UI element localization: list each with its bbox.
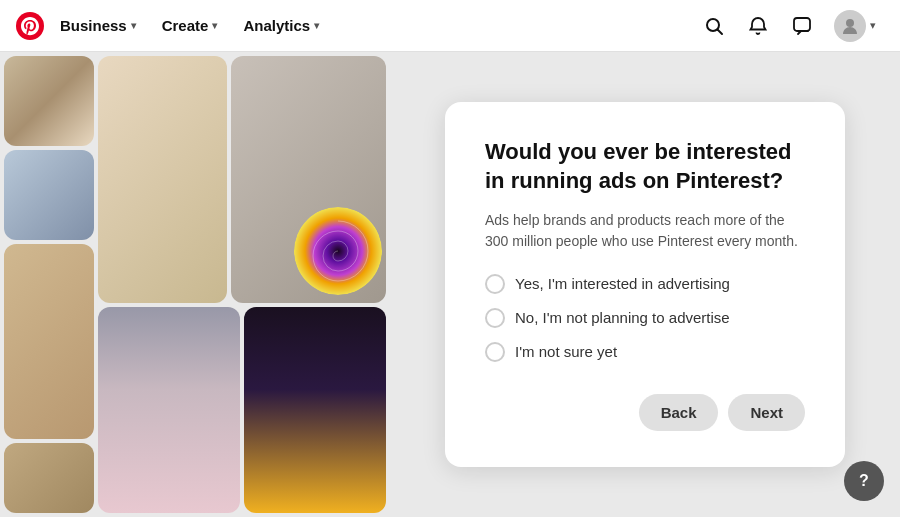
collage-image-food4 <box>4 443 94 513</box>
collage-image-person <box>231 56 386 303</box>
modal-area: Would you ever be interested in running … <box>390 52 900 517</box>
radio-yes-circle <box>485 274 505 294</box>
collage-image-food2 <box>4 56 94 146</box>
svg-rect-3 <box>794 18 810 31</box>
radio-option-no[interactable]: No, I'm not planning to advertise <box>485 308 805 328</box>
image-collage <box>0 52 390 517</box>
svg-point-0 <box>16 12 44 40</box>
messages-button[interactable] <box>782 6 822 46</box>
next-button[interactable]: Next <box>728 394 805 431</box>
radio-no-label: No, I'm not planning to advertise <box>515 309 730 326</box>
notifications-button[interactable] <box>738 6 778 46</box>
chat-icon <box>792 16 812 36</box>
back-button[interactable]: Back <box>639 394 719 431</box>
collage-image-food3 <box>4 244 94 439</box>
collage-image-furniture <box>98 56 227 303</box>
radio-unsure-circle <box>485 342 505 362</box>
avatar <box>834 10 866 42</box>
pinterest-logo[interactable] <box>16 12 44 40</box>
search-icon <box>704 16 724 36</box>
radio-option-unsure[interactable]: I'm not sure yet <box>485 342 805 362</box>
nav-business-chevron: ▾ <box>131 20 136 31</box>
radio-no-circle <box>485 308 505 328</box>
navbar-right: ▾ <box>694 6 884 46</box>
modal-subtitle: Ads help brands and products reach more … <box>485 210 805 252</box>
collage-image-woman <box>98 307 240 513</box>
nav-analytics-label: Analytics <box>243 17 310 34</box>
nav-create-label: Create <box>162 17 209 34</box>
nav-create-chevron: ▾ <box>212 20 217 31</box>
nav-business[interactable]: Business ▾ <box>50 11 146 40</box>
radio-unsure-label: I'm not sure yet <box>515 343 617 360</box>
svg-line-2 <box>718 29 723 34</box>
bell-icon <box>748 16 768 36</box>
nav-analytics-chevron: ▾ <box>314 20 319 31</box>
svg-point-4 <box>846 19 854 27</box>
nav-business-label: Business <box>60 17 127 34</box>
search-button[interactable] <box>694 6 734 46</box>
spiral-overlay <box>294 207 382 295</box>
main-content: Would you ever be interested in running … <box>0 52 900 517</box>
nav-create[interactable]: Create ▾ <box>152 11 228 40</box>
nav-analytics[interactable]: Analytics ▾ <box>233 11 329 40</box>
modal-title: Would you ever be interested in running … <box>485 138 805 195</box>
help-button[interactable]: ? <box>844 461 884 501</box>
avatar-chevron: ▾ <box>870 19 876 32</box>
navbar-left: Business ▾ Create ▾ Analytics ▾ <box>16 11 329 40</box>
top-navbar: Business ▾ Create ▾ Analytics ▾ <box>0 0 900 52</box>
collage-image-lights <box>244 307 386 513</box>
modal-footer: Back Next <box>485 394 805 431</box>
radio-option-yes[interactable]: Yes, I'm interested in advertising <box>485 274 805 294</box>
modal-card: Would you ever be interested in running … <box>445 102 845 466</box>
avatar-button[interactable]: ▾ <box>826 6 884 46</box>
collage-image-room2 <box>4 150 94 240</box>
help-icon-label: ? <box>859 472 869 490</box>
radio-group: Yes, I'm interested in advertising No, I… <box>485 274 805 362</box>
radio-yes-label: Yes, I'm interested in advertising <box>515 275 730 292</box>
